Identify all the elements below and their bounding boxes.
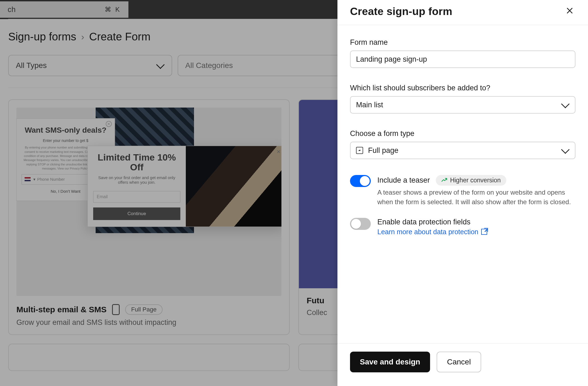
chevron-down-icon bbox=[561, 145, 569, 154]
higher-conversion-badge: Higher conversion bbox=[436, 175, 506, 186]
teaser-title: Include a teaser bbox=[377, 176, 430, 185]
full-page-icon bbox=[356, 147, 363, 154]
teaser-toggle[interactable] bbox=[350, 175, 371, 187]
gdpr-learn-more-link[interactable]: Learn more about data protection bbox=[377, 228, 487, 236]
create-form-sheet: Create sign-up form Form name Which list… bbox=[337, 0, 588, 386]
sheet-title: Create sign-up form bbox=[350, 5, 452, 17]
chevron-down-icon bbox=[561, 100, 569, 108]
list-select-value: Main list bbox=[356, 101, 383, 109]
list-select[interactable]: Main list bbox=[350, 96, 575, 114]
external-link-icon bbox=[481, 229, 487, 235]
form-type-value: Full page bbox=[368, 146, 398, 155]
form-name-label: Form name bbox=[350, 38, 575, 47]
list-label: Which list should subscribers be added t… bbox=[350, 84, 575, 92]
save-and-design-button[interactable]: Save and design bbox=[350, 352, 430, 372]
form-type-select[interactable]: Full page bbox=[350, 142, 575, 159]
gdpr-title: Enable data protection fields bbox=[377, 218, 575, 226]
gdpr-toggle[interactable] bbox=[350, 218, 371, 230]
close-button[interactable] bbox=[564, 5, 575, 18]
teaser-description: A teaser shows a preview of the form on … bbox=[377, 188, 575, 207]
link-text: Learn more about data protection bbox=[377, 228, 478, 236]
trend-up-icon bbox=[441, 177, 447, 184]
form-name-input[interactable] bbox=[350, 51, 575, 68]
form-type-label: Choose a form type bbox=[350, 129, 575, 138]
cancel-button[interactable]: Cancel bbox=[437, 352, 481, 372]
close-icon bbox=[566, 7, 574, 15]
badge-text: Higher conversion bbox=[450, 177, 501, 184]
